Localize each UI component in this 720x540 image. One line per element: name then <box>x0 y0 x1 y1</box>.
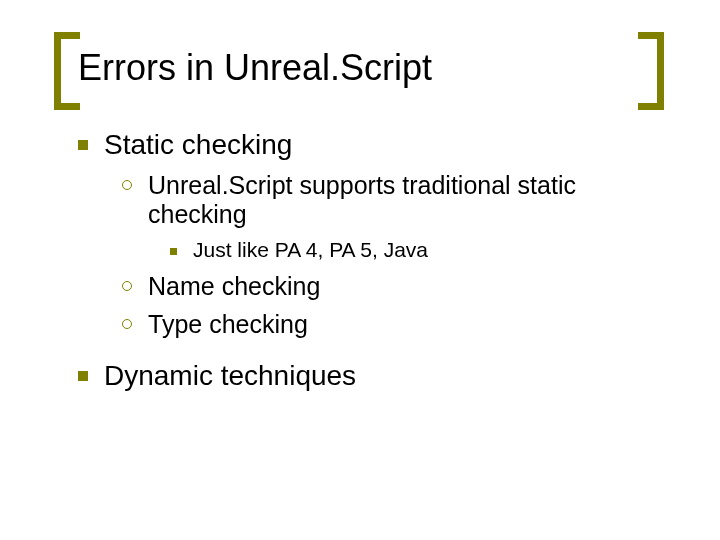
list-item-label: Dynamic techniques <box>104 359 356 392</box>
list-item: Type checking <box>122 310 660 340</box>
circle-bullet-icon <box>122 319 132 329</box>
list-item: Name checking <box>122 272 660 302</box>
circle-bullet-icon <box>122 281 132 291</box>
list-item-label: Type checking <box>148 310 308 340</box>
slide-title: Errors in Unreal.Script <box>78 48 670 88</box>
list-item-label: Static checking <box>104 128 292 161</box>
list-item: Dynamic techniques <box>78 359 660 392</box>
list-item: Just like PA 4, PA 5, Java <box>170 238 660 263</box>
square-bullet-icon <box>78 371 88 381</box>
circle-bullet-icon <box>122 180 132 190</box>
square-bullet-icon <box>78 140 88 150</box>
slide-body: Static checking Unreal.Script supports t… <box>0 88 720 393</box>
list-item: Unreal.Script supports traditional stati… <box>122 171 660 230</box>
list-item-label: Unreal.Script supports traditional stati… <box>148 171 660 230</box>
list-item-label: Name checking <box>148 272 320 302</box>
square-bullet-icon <box>170 248 177 255</box>
list-item: Static checking <box>78 128 660 161</box>
slide: Errors in Unreal.Script Static checking … <box>0 0 720 540</box>
list-item-label: Just like PA 4, PA 5, Java <box>193 238 428 263</box>
title-area: Errors in Unreal.Script <box>0 0 720 88</box>
